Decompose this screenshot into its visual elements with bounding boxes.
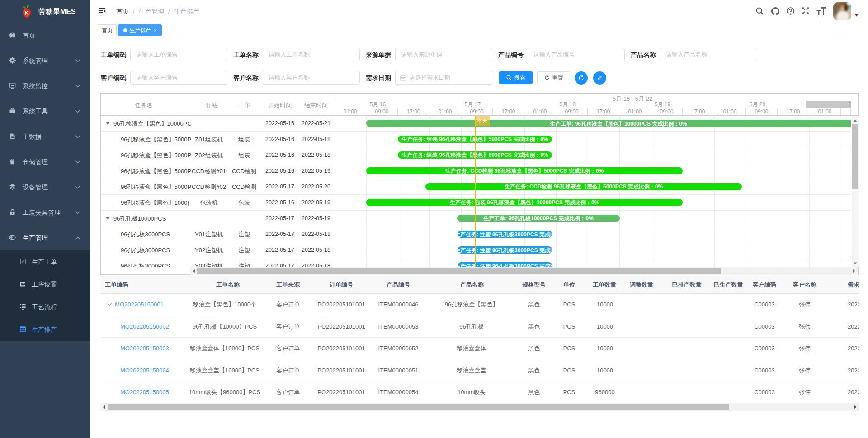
svg-text:K: K	[24, 9, 29, 16]
